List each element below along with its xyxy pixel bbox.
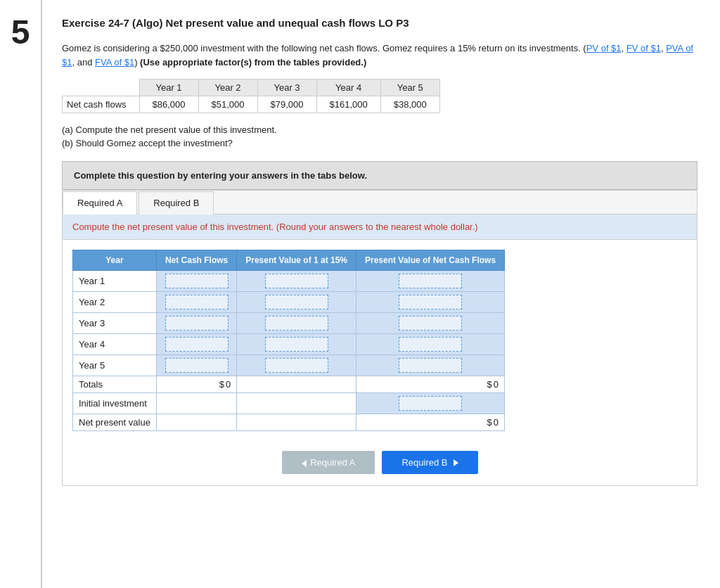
year1-pv-cash-input[interactable]	[399, 274, 462, 288]
year3-header: Year 3	[257, 79, 316, 96]
net-present-value-row: Net present value $ 0	[73, 414, 505, 431]
year5-pv-factor-input[interactable]	[265, 358, 328, 373]
exercise-title: Exercise 24-7 (Algo) Net present value a…	[62, 17, 698, 29]
fva-link[interactable]: FVA of $1	[95, 57, 134, 68]
totals-pv-cash-dollar: $	[487, 379, 492, 390]
compute-instruction: Compute the net present value of this in…	[63, 215, 697, 240]
tab-required-b[interactable]: Required B	[139, 191, 214, 215]
year3-pv-cash-input[interactable]	[399, 316, 462, 331]
npv-dollar: $	[487, 417, 492, 428]
year4-header: Year 4	[316, 79, 380, 96]
year5-net-cash-input[interactable]	[165, 358, 229, 373]
year4-value: $161,000	[316, 96, 380, 113]
year5-label: Year 5	[73, 355, 157, 376]
totals-pv-cash-value: 0	[494, 379, 499, 390]
intro-paragraph: Gomez is considering a $250,000 investme…	[62, 41, 698, 69]
tab-required-a[interactable]: Required A	[63, 191, 137, 215]
year3-net-cash-input[interactable]	[165, 316, 229, 331]
table-row: Year 3	[73, 313, 505, 334]
fv-link[interactable]: FV of $1	[626, 43, 661, 53]
year3-net-cash-input-cell[interactable]	[156, 313, 236, 334]
year1-net-cash-input[interactable]	[165, 274, 229, 288]
totals-net-cash-dollar: $	[219, 379, 224, 390]
question-number: 5	[0, 0, 42, 588]
col-year: Year	[73, 250, 157, 271]
initial-investment-pv-cash-input-cell[interactable]	[356, 393, 505, 414]
year4-pv-cash-input-cell[interactable]	[356, 334, 505, 355]
year1-pv-cash-input-cell[interactable]	[356, 271, 505, 292]
year5-pv-cash-input[interactable]	[399, 358, 462, 373]
year2-header: Year 2	[198, 79, 257, 96]
npv-pv-factor-cell	[237, 414, 356, 431]
net-cash-flows-label: Net cash flows	[63, 96, 140, 113]
year1-pv-factor-input[interactable]	[265, 274, 328, 288]
year1-label: Year 1	[73, 271, 157, 292]
left-arrow-icon	[302, 460, 307, 467]
totals-net-cash-cell: $ 0	[156, 376, 236, 393]
year5-pv-factor-input-cell[interactable]	[237, 355, 356, 376]
totals-row: Totals $ 0 $	[73, 376, 505, 393]
table-row: Year 4	[73, 334, 505, 355]
totals-pv-cash-cell: $ 0	[356, 376, 505, 393]
totals-pv-factor-cell	[237, 376, 356, 393]
year3-label: Year 3	[73, 313, 157, 334]
totals-net-cash-value: 0	[226, 379, 231, 390]
npv-label: Net present value	[73, 414, 157, 431]
round-instruction: (Round your answers to the nearest whole…	[276, 222, 478, 232]
year5-value: $38,000	[380, 96, 439, 113]
year2-pv-factor-input-cell[interactable]	[237, 292, 356, 313]
year2-pv-factor-input[interactable]	[265, 295, 328, 309]
btn-required-a[interactable]: Required A	[282, 451, 375, 474]
initial-investment-pv-factor-cell	[237, 393, 356, 414]
table-row: Year 5	[73, 355, 505, 376]
year5-pv-cash-input-cell[interactable]	[356, 355, 505, 376]
year5-net-cash-input-cell[interactable]	[156, 355, 236, 376]
year2-label: Year 2	[73, 292, 157, 313]
complete-box: Complete this question by entering your …	[62, 161, 698, 190]
year3-pv-cash-input-cell[interactable]	[356, 313, 505, 334]
btn-required-b[interactable]: Required B	[382, 451, 477, 474]
year2-net-cash-input-cell[interactable]	[156, 292, 236, 313]
npv-value: 0	[494, 417, 499, 428]
col-pv-factor: Present Value of 1 at 15%	[237, 250, 356, 271]
year4-pv-cash-input[interactable]	[399, 337, 462, 352]
year2-net-cash-input[interactable]	[165, 295, 229, 309]
initial-investment-label: Initial investment	[73, 393, 157, 414]
year2-value: $51,000	[198, 96, 257, 113]
year3-pv-factor-input-cell[interactable]	[237, 313, 356, 334]
initial-investment-net-cash-cell	[156, 393, 236, 414]
year2-pv-cash-input-cell[interactable]	[356, 292, 505, 313]
right-arrow-icon	[454, 459, 458, 466]
col-pv-cash-flows: Present Value of Net Cash Flows	[356, 250, 505, 271]
initial-investment-pv-cash-input[interactable]	[399, 396, 462, 411]
year1-header: Year 1	[139, 79, 198, 96]
question-a: (a) Compute the net present value of thi…	[62, 124, 698, 135]
year1-value: $86,000	[139, 96, 198, 113]
year4-label: Year 4	[73, 334, 157, 355]
year4-pv-factor-input[interactable]	[265, 337, 328, 352]
totals-label: Totals	[73, 376, 157, 393]
table-row: Year 2	[73, 292, 505, 313]
year4-net-cash-input-cell[interactable]	[156, 334, 236, 355]
year3-value: $79,000	[257, 96, 316, 113]
year5-header: Year 5	[380, 79, 439, 96]
buttons-row: Required A Required B	[63, 451, 697, 485]
year3-pv-factor-input[interactable]	[265, 316, 328, 331]
npv-table: Year Net Cash Flows Present Value of 1 a…	[72, 250, 505, 431]
year4-net-cash-input[interactable]	[165, 337, 229, 352]
tab-content-required-a: Compute the net present value of this in…	[63, 215, 697, 485]
npv-net-cash-cell	[156, 414, 236, 431]
initial-investment-row: Initial investment	[73, 393, 505, 414]
cash-flow-table: Year 1 Year 2 Year 3 Year 4 Year 5 Net c…	[62, 79, 440, 113]
col-net-cash-flows: Net Cash Flows	[156, 250, 236, 271]
table-row: Year 1	[73, 271, 505, 292]
year1-net-cash-input-cell[interactable]	[156, 271, 236, 292]
year2-pv-cash-input[interactable]	[399, 295, 462, 309]
pv-link[interactable]: PV of $1	[586, 43, 622, 53]
tabs-container: Required A Required B Compute the net pr…	[62, 190, 698, 486]
question-b: (b) Should Gomez accept the investment?	[62, 138, 698, 148]
year4-pv-factor-input-cell[interactable]	[237, 334, 356, 355]
npv-value-cell: $ 0	[356, 414, 505, 431]
year1-pv-factor-input-cell[interactable]	[237, 271, 356, 292]
tabs-header: Required A Required B	[63, 191, 697, 215]
